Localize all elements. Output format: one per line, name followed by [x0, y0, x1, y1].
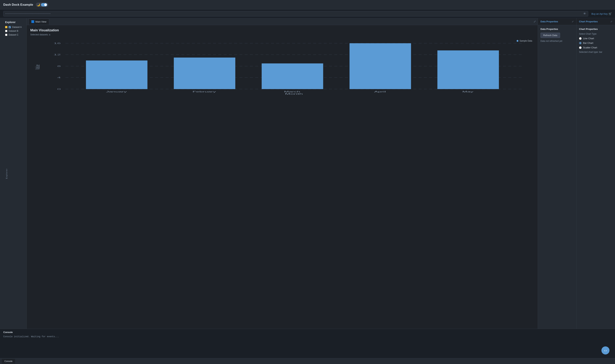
api-dots: •••••••••••••••••••••••••••••••••••••••• [5, 13, 583, 15]
svg-text:Value: Value [34, 65, 41, 69]
right-panels: Data Properties ⤢ Data Properties Refres… [538, 18, 615, 329]
selected-datasets: Selected datasets: a [30, 33, 534, 36]
moon-icon: 🌙 [37, 3, 40, 6]
radio-bar-chart[interactable] [579, 42, 582, 44]
tab-main-view[interactable]: 🟦 Main View [28, 18, 49, 25]
data-properties-expand-icon[interactable]: ⤢ [572, 20, 574, 23]
data-properties-body: Data Properties Refresh Data Data not re… [538, 25, 576, 329]
chart-properties-panel-title: Chart Properties [579, 20, 598, 23]
svg-text:12: 12 [54, 53, 61, 56]
dataset-checkbox-a[interactable] [9, 26, 11, 28]
bar-february [174, 58, 235, 89]
svg-text:8: 8 [57, 65, 61, 67]
data-properties-panel: Data Properties ⤢ Data Properties Refres… [538, 18, 576, 329]
dataset-item-b[interactable]: Dataset B [5, 30, 25, 32]
radio-line-chart[interactable] [579, 37, 582, 40]
legend-label: Sample Data [519, 39, 532, 42]
dataset-item-a[interactable]: Dataset A [5, 26, 25, 28]
bar-march [262, 64, 323, 89]
nav-fab[interactable]: ‹ › [601, 346, 610, 354]
dataset-checkbox-c[interactable] [5, 34, 7, 36]
bar-january [86, 61, 147, 89]
api-bar: ••••••••••••••••••••••••••••••••••••••••… [0, 10, 615, 18]
dataset-color-a [5, 26, 7, 28]
cart-icon: 🛒 [609, 12, 612, 15]
console-log: Console initialized. Waiting for events.… [3, 335, 59, 338]
svg-text:May: May [462, 91, 473, 93]
bar-chart-svg: 16 12 8 4 0 Value [30, 39, 534, 95]
footer-tab-console[interactable]: Console [2, 359, 15, 364]
footer-tabs: Console [0, 358, 615, 364]
svg-text:0: 0 [57, 88, 61, 90]
chart-legend: Sample Data [517, 39, 532, 42]
radio-item-line[interactable]: Line Chart [579, 37, 613, 40]
svg-text:4: 4 [57, 77, 61, 79]
dataset-label-c: Dataset C [9, 34, 18, 36]
bar-april [349, 43, 411, 89]
main-area: Explorer Explorer Dataset A Dataset B Da… [0, 18, 615, 329]
center-panel: 🟦 Main View ⤢ Main Visualization Selecte… [27, 18, 538, 329]
tab-icon: 🟦 [31, 20, 34, 23]
sidebar: Explorer Explorer Dataset A Dataset B Da… [0, 18, 27, 329]
theme-toggle[interactable]: 🌙 [36, 2, 48, 7]
svg-text:February: February [193, 91, 216, 93]
svg-text:March: March [284, 91, 300, 93]
select-chart-type-label: Select Chart Type [579, 33, 613, 35]
data-properties-panel-title: Data Properties [541, 20, 558, 23]
tab-expand-icon[interactable]: ⤢ [533, 20, 536, 23]
radio-label-line: Line Chart [583, 37, 594, 40]
chart-properties-expand-icon[interactable]: ⤢ [610, 20, 613, 23]
app-header: Dash Dock Example 🌙 [0, 0, 615, 10]
radio-item-bar[interactable]: Bar Chart [579, 42, 613, 44]
eye-icon[interactable]: 👁 [583, 12, 586, 15]
console-content: Console initialized. Waiting for events.… [0, 335, 615, 358]
selected-chart-type-text: Selected chart type: bar [579, 51, 613, 53]
radio-scatter-chart[interactable] [579, 46, 582, 49]
buy-api-label: Buy an Api Key [591, 13, 608, 15]
sidebar-content: Explorer Dataset A Dataset B Dataset C [0, 18, 27, 40]
tab-label: Main View [35, 20, 46, 23]
buy-api-button[interactable]: Buy an Api Key 🛒 [591, 12, 612, 15]
dataset-checkbox-b[interactable] [5, 30, 7, 32]
chart-properties-panel: Chart Properties ⤢ Chart Properties Sele… [576, 18, 615, 329]
nav-prev-icon: ‹ [604, 349, 605, 352]
chart-area: Main Visualization Selected datasets: a … [27, 25, 538, 329]
chart-title: Main Visualization [30, 28, 534, 32]
bar-may [437, 50, 499, 89]
sidebar-title: Explorer [5, 21, 25, 24]
data-properties-header: Data Properties ⤢ [538, 18, 576, 25]
chart-container: Sample Data 16 12 8 [30, 39, 534, 98]
toggle-switch[interactable] [41, 3, 47, 6]
app-title: Dash Dock Example [3, 3, 33, 7]
svg-text:Month: Month [285, 93, 303, 95]
dataset-label-b: Dataset B [9, 30, 18, 32]
svg-text:January: January [106, 91, 127, 93]
data-properties-section-title: Data Properties [541, 28, 574, 30]
radio-label-scatter: Scatter Chart [583, 46, 597, 49]
api-input-wrap: ••••••••••••••••••••••••••••••••••••••••… [3, 11, 588, 16]
dataset-item-c[interactable]: Dataset C [5, 34, 25, 36]
legend-dot [517, 40, 518, 42]
svg-text:16: 16 [54, 42, 61, 45]
data-status: Data not refreshed yet [541, 40, 574, 42]
nav-next-icon: › [606, 349, 607, 352]
svg-text:April: April [374, 91, 386, 93]
refresh-data-button[interactable]: Refresh Data [541, 33, 560, 38]
chart-properties-header: Chart Properties ⤢ [576, 18, 615, 25]
tab-bar: 🟦 Main View ⤢ [27, 18, 538, 25]
radio-label-bar: Bar Chart [583, 42, 593, 44]
console-title: Console [0, 329, 615, 335]
bottom-area: Console Console initialized. Waiting for… [0, 329, 615, 358]
dataset-label-a: Dataset A [12, 26, 22, 28]
chart-properties-section-title: Chart Properties [579, 28, 613, 30]
radio-item-scatter[interactable]: Scatter Chart [579, 46, 613, 49]
chart-properties-body: Chart Properties Select Chart Type Line … [576, 25, 615, 329]
explorer-vertical-label: Explorer [6, 168, 8, 179]
